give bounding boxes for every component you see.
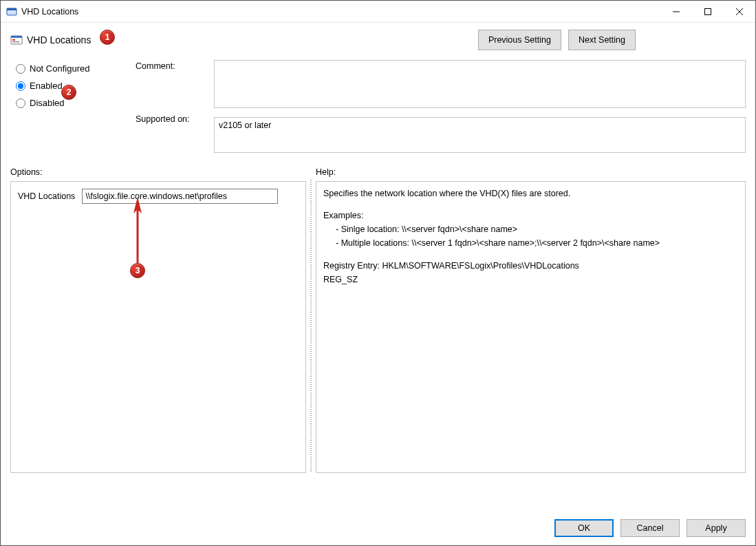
svg-rect-9: [12, 41, 19, 43]
options-box: VHD Locations 3: [10, 181, 306, 473]
help-registry-entry: Registry Entry: HKLM\SOFTWARE\FSLogix\Pr…: [323, 260, 731, 272]
policy-state-radios: Not Configured Enabled Disabled: [16, 60, 133, 112]
svg-rect-8: [12, 39, 15, 41]
supported-on-label: Supported on:: [136, 110, 211, 124]
help-examples-label: Examples:: [323, 209, 731, 222]
radio-not-configured[interactable]: Not Configured: [16, 60, 133, 77]
policy-state-grid: Not Configured Enabled Disabled Comment:…: [1, 56, 755, 165]
comment-textarea[interactable]: [214, 60, 746, 108]
annotation-badge-3: 3: [130, 263, 145, 278]
vhd-locations-row: VHD Locations: [18, 189, 299, 204]
help-example-single: - Sinlge location: \\<server fqdn>\<shar…: [323, 223, 731, 235]
vhd-locations-label: VHD Locations: [18, 191, 75, 201]
policy-icon: [10, 34, 23, 46]
radio-disabled-label: Disabled: [30, 98, 65, 108]
policy-heading: VHD Locations: [27, 34, 91, 45]
previous-setting-button[interactable]: Previous Setting: [478, 30, 561, 50]
vhd-locations-input[interactable]: [82, 189, 278, 204]
window-minimize-button[interactable]: [660, 1, 692, 23]
apply-button[interactable]: Apply: [687, 519, 746, 537]
help-label: Help:: [316, 165, 746, 181]
titlebar: VHD Locations: [1, 1, 755, 23]
dialog-footer: OK Cancel Apply: [1, 511, 755, 545]
help-box: Specifies the network location where the…: [316, 181, 746, 473]
header-strip: VHD Locations Previous Setting Next Sett…: [1, 23, 755, 56]
help-line-1: Specifies the network location where the…: [323, 187, 731, 200]
options-pane: Options: VHD Locations 3: [10, 165, 306, 473]
radio-enabled-label: Enabled: [30, 81, 63, 91]
annotation-badge-1: 1: [100, 30, 115, 45]
help-registry-type: REG_SZ: [323, 273, 731, 286]
svg-rect-7: [11, 36, 22, 38]
svg-rect-1: [7, 8, 17, 10]
help-pane: Help: Specifies the network location whe…: [316, 165, 746, 473]
supported-on-textarea: v2105 or later: [214, 117, 746, 153]
comment-label: Comment:: [136, 60, 211, 71]
ok-button[interactable]: OK: [554, 519, 614, 537]
options-label: Options:: [10, 165, 306, 181]
window-title: VHD Locations: [21, 7, 78, 17]
radio-enabled[interactable]: Enabled: [16, 77, 133, 94]
svg-rect-3: [705, 8, 711, 14]
radio-disabled[interactable]: Disabled: [16, 94, 133, 112]
next-setting-button[interactable]: Next Setting: [568, 30, 636, 50]
radio-not-configured-label: Not Configured: [30, 63, 89, 74]
pane-splitter[interactable]: [309, 180, 313, 473]
window-maximize-button[interactable]: [692, 1, 724, 23]
radio-disabled-input[interactable]: [16, 98, 25, 108]
help-example-multi: - Multiple locations: \\<server 1 fqdn>\…: [323, 237, 731, 249]
radio-enabled-input[interactable]: [16, 81, 25, 91]
options-help-split: Options: VHD Locations 3: [1, 165, 755, 473]
app-icon: [6, 6, 17, 17]
cancel-button[interactable]: Cancel: [620, 519, 680, 537]
window-close-button[interactable]: [724, 1, 755, 23]
radio-not-configured-input[interactable]: [16, 64, 25, 74]
